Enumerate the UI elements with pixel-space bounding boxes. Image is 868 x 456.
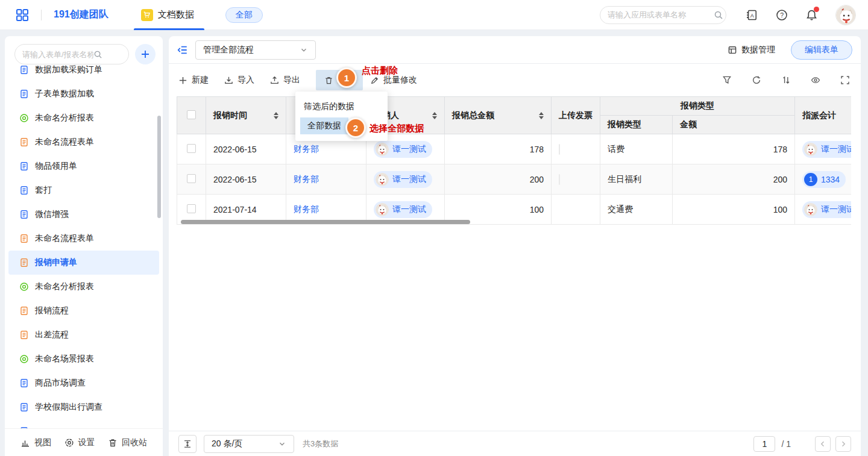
sidebar-item[interactable]: 未命名场景报表 (8, 347, 159, 371)
sidebar-item-label: 未命名场景报表 (35, 354, 94, 364)
sidebar-item[interactable]: 报销流程 (8, 299, 159, 323)
tab-label: 文档数据 (158, 9, 194, 20)
refresh-icon[interactable] (752, 75, 761, 85)
invoice-thumbnail[interactable] (559, 144, 560, 155)
row-checkbox[interactable] (187, 204, 196, 213)
sidebar-item-label: 未命名分析报表 (35, 281, 94, 292)
avatar (376, 203, 389, 216)
col-header-total: 报销总金额 (452, 110, 494, 121)
step-2-text: 选择全部数据 (370, 123, 424, 134)
notification-dot (814, 7, 819, 12)
sidebar-item[interactable]: 物品领用单 (8, 154, 159, 178)
flow-doc-icon (19, 258, 29, 267)
sidebar-item[interactable]: 数据加载采购订单 (8, 65, 159, 82)
page-size-select[interactable]: 20 条/页 (204, 435, 294, 453)
global-search-input[interactable] (608, 10, 714, 19)
member-chip: 谭一测试 (802, 141, 851, 158)
row-height-button[interactable] (178, 435, 197, 453)
avatar (376, 173, 389, 186)
avatar (376, 143, 389, 156)
sidebar-item-label: 出差流程 (35, 330, 69, 340)
cell-amount: 100 (773, 205, 787, 214)
sort-icon[interactable] (274, 112, 278, 119)
apps-grid-icon[interactable] (16, 8, 29, 22)
row-checkbox[interactable] (187, 144, 196, 153)
sidebar-item-label: 未命名流程表单 (35, 137, 94, 148)
sidebar-item[interactable] (8, 419, 159, 428)
report-icon (19, 354, 29, 364)
contacts-icon[interactable]: A (746, 9, 758, 21)
sidebar-item[interactable]: 套打 (8, 178, 159, 202)
avatar (804, 203, 817, 216)
team-name[interactable]: 191创建团队 (54, 8, 108, 21)
flow-doc-icon (19, 234, 29, 243)
process-scope-value: 管理全部流程 (203, 45, 254, 55)
recycle-bin-button[interactable]: 回收站 (108, 437, 147, 448)
next-page-button[interactable] (835, 436, 851, 452)
bell-icon[interactable] (806, 9, 817, 21)
horizontal-scrollbar[interactable] (181, 220, 470, 224)
export-button[interactable]: 导出 (270, 75, 300, 86)
views-button[interactable]: 视图 (20, 437, 51, 448)
sidebar-item[interactable]: 未命名流程表单 (8, 130, 159, 154)
collapse-sidebar-icon[interactable] (177, 45, 188, 55)
sidebar-item-label: 数据加载采购订单 (35, 65, 102, 75)
row-checkbox[interactable] (187, 174, 196, 183)
col-group-type: 报销类型 (681, 101, 714, 110)
new-record-button[interactable]: 新建 (178, 75, 209, 86)
fullscreen-icon[interactable] (840, 75, 850, 85)
user-avatar[interactable] (835, 5, 856, 25)
flow-doc-icon (19, 330, 29, 340)
chevron-down-icon (300, 46, 308, 54)
tab-doc-data[interactable]: 文档数据 (141, 0, 194, 30)
sidebar-item-label: 报销流程 (35, 305, 69, 316)
sidebar-item[interactable]: 学校假期出行调查 (8, 395, 159, 419)
step-1-badge: 1 (336, 67, 357, 88)
sidebar-scrollbar[interactable] (157, 116, 161, 218)
sidebar-item[interactable]: 未命名分析报表 (8, 275, 159, 299)
page-total: / 1 (781, 439, 791, 449)
sidebar-item[interactable]: 商品市场调查 (8, 371, 159, 395)
table-row[interactable]: 2022-06-15 财务部 谭一测试 200 生日福利 200 11334 (177, 164, 852, 195)
page-size-value: 20 条/页 (212, 439, 242, 449)
sidebar-item[interactable]: 未命名流程表单 (8, 226, 159, 251)
prev-page-button[interactable] (815, 436, 831, 452)
form-search-input[interactable] (22, 50, 93, 59)
help-icon[interactable]: ? (776, 9, 788, 21)
member-chip: 谭一测试 (802, 201, 851, 218)
sidebar-item[interactable]: 微信增强 (8, 202, 159, 226)
import-button[interactable]: 导入 (224, 75, 254, 86)
sort-order-icon[interactable] (781, 75, 791, 85)
select-all-checkbox[interactable] (187, 110, 196, 119)
page-number-input[interactable] (753, 436, 775, 452)
table-row[interactable]: 2022-06-15 财务部 谭一测试 178 话费 178 谭一测试 (177, 134, 852, 164)
add-form-button[interactable] (135, 44, 156, 64)
form-search[interactable] (14, 44, 129, 64)
sidebar-item[interactable]: 出差流程 (8, 323, 159, 347)
sidebar-item[interactable]: 未命名分析报表 (8, 106, 159, 130)
data-manage-button[interactable]: 数据管理 (728, 45, 775, 55)
sidebar-item-label: 套打 (35, 185, 52, 196)
active-tab-underline (134, 28, 204, 30)
visibility-icon[interactable] (811, 75, 820, 85)
filter-icon[interactable] (722, 75, 732, 85)
sort-icon[interactable] (539, 112, 544, 119)
main-topbar: 管理全部流程 数据管理 编辑表单 (169, 36, 861, 64)
cell-dept: 财务部 (294, 144, 319, 154)
cell-amount: 200 (773, 175, 787, 184)
sort-icon[interactable] (432, 112, 437, 119)
invoice-thumbnail[interactable] (559, 174, 560, 185)
process-scope-select[interactable]: 管理全部流程 (195, 40, 316, 60)
col-header-time: 报销时间 (213, 110, 247, 121)
settings-button[interactable]: 设置 (64, 437, 95, 448)
global-search[interactable] (600, 6, 726, 24)
edit-form-button[interactable]: 编辑表单 (791, 40, 852, 60)
form-doc-icon (19, 378, 29, 388)
filter-all-pill[interactable]: 全部 (225, 7, 263, 23)
form-doc-icon (19, 186, 29, 195)
cell-type: 交通费 (608, 204, 633, 214)
sidebar-item[interactable]: 子表单数据加载 (8, 82, 159, 106)
menu-item-filtered-data[interactable]: 筛选后的数据 (295, 97, 388, 116)
sidebar-item-selected[interactable]: 报销申请单 (8, 251, 159, 275)
table-toolbar: 新建 导入 导出 删除 批量修改 (169, 64, 861, 96)
